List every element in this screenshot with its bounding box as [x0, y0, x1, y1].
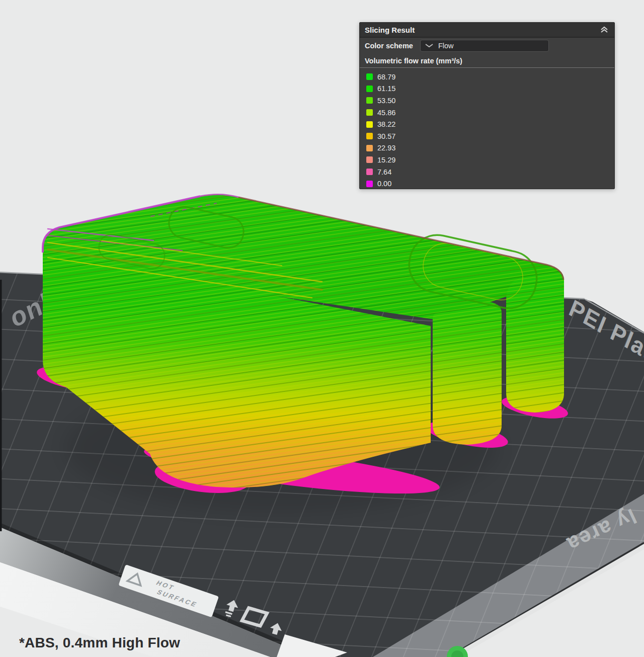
- legend-swatch: [366, 156, 373, 163]
- color-scheme-value: Flow: [438, 42, 454, 50]
- legend-row: 68.79: [366, 71, 614, 83]
- legend-swatch: [366, 109, 373, 116]
- material-caption: *ABS, 0.4mm High Flow: [19, 635, 180, 651]
- legend-value: 30.57: [377, 132, 395, 140]
- legend-value: 0.00: [377, 180, 391, 188]
- legend-value: 38.22: [377, 120, 395, 128]
- legend-swatch: [366, 169, 373, 175]
- legend-swatch: [366, 121, 373, 128]
- legend-swatch: [366, 97, 373, 104]
- panel-title: Slicing Result: [365, 26, 415, 34]
- left-edge-sliver: [0, 280, 2, 531]
- legend-swatch: [366, 86, 373, 92]
- legend-row: 15.29: [366, 154, 614, 166]
- slicing-result-panel: Slicing Result Color scheme Flow Volumet…: [359, 22, 615, 189]
- chevron-down-icon: [425, 43, 433, 48]
- legend-list: 68.7961.1553.5045.8638.2230.5722.9315.29…: [360, 68, 614, 190]
- legend-value: 7.64: [377, 168, 391, 176]
- legend-row: 22.93: [366, 142, 614, 154]
- color-scheme-dropdown[interactable]: Flow: [420, 40, 549, 52]
- chevrons-up-icon: [600, 26, 609, 34]
- legend-row: 7.64: [366, 166, 614, 178]
- panel-header: Slicing Result: [360, 23, 614, 38]
- collapse-panel-button[interactable]: [599, 25, 609, 34]
- legend-row: 0.00: [366, 178, 614, 190]
- legend-value: 61.15: [377, 85, 395, 93]
- legend-row: 61.15: [366, 83, 614, 95]
- legend-title: Volumetric flow rate (mm³/s): [360, 54, 614, 68]
- legend-swatch: [366, 133, 373, 139]
- legend-row: 30.57: [366, 130, 614, 142]
- legend-value: 53.50: [377, 97, 395, 105]
- legend-swatch: [366, 145, 373, 151]
- legend-value: 15.29: [377, 156, 395, 164]
- legend-row: 53.50: [366, 95, 614, 107]
- legend-value: 22.93: [377, 144, 395, 152]
- color-scheme-row: Color scheme Flow: [360, 38, 614, 54]
- legend-swatch: [366, 73, 373, 80]
- legend-row: 38.22: [366, 118, 614, 130]
- legend-row: 45.86: [366, 107, 614, 119]
- legend-swatch: [366, 181, 373, 187]
- legend-value: 68.79: [377, 73, 395, 81]
- color-scheme-label: Color scheme: [365, 42, 413, 50]
- legend-value: 45.86: [377, 109, 395, 117]
